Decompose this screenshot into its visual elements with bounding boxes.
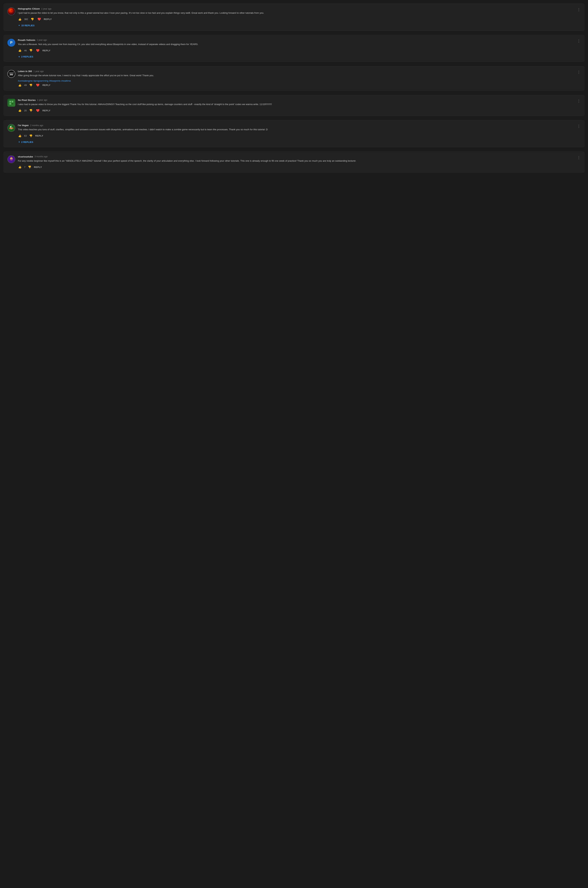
thumb-down-icon: 👎 xyxy=(31,18,34,21)
comment-card: ⋮ vicarioustube3 months agoFor any newbe… xyxy=(4,152,584,172)
reply-button[interactable]: REPLY xyxy=(42,84,51,87)
svg-point-11 xyxy=(11,128,14,129)
comment-body: Holographic Citizen1 year agoI just had … xyxy=(18,8,580,28)
comment-card: ⋮PPesath Yethmin1 year agoYou are a life… xyxy=(4,35,584,62)
comment-actions: 👍63👎REPLY xyxy=(18,134,580,138)
heart-reaction: ❤️ xyxy=(36,48,40,53)
comment-body: vicarioustube3 months agoFor any newbe b… xyxy=(18,155,580,170)
svg-rect-4 xyxy=(9,101,11,102)
comment-text: I also had to pause video to throw you t… xyxy=(18,102,580,106)
comment-text: This video teaches you tons of stuff, cl… xyxy=(18,128,580,131)
thumb-down-icon: 👎 xyxy=(28,165,32,169)
chevron-down-icon: ▼ xyxy=(18,56,20,58)
like-count: 7 xyxy=(24,166,26,168)
replies-count: 15 REPLIES xyxy=(21,24,34,27)
comment-time: 2 months ago xyxy=(30,124,43,127)
comment-time: 1 year ago xyxy=(41,8,51,10)
thumb-up-icon: 👍 xyxy=(18,49,22,52)
replies-toggle[interactable]: ▼ 2 REPLIES xyxy=(18,140,33,144)
comment-actions: 👍49👎❤️REPLY xyxy=(18,83,580,88)
dislike-button[interactable]: 👎 xyxy=(29,108,33,113)
comment-body: No Pixel Stories1 year agoI also had to … xyxy=(18,99,580,113)
comment-menu-button[interactable]: ⋮ xyxy=(576,124,581,129)
heart-reaction: ❤️ xyxy=(37,17,42,22)
comment-menu-button[interactable]: ⋮ xyxy=(576,7,581,12)
chevron-down-icon: ▼ xyxy=(18,141,20,143)
comment-body: Leben in 3601 year agoAfter going throug… xyxy=(18,70,580,88)
like-count: 46 xyxy=(24,49,27,52)
thumb-down-icon: 👎 xyxy=(29,84,33,87)
comment-meta: Leben in 3601 year ago xyxy=(18,70,580,73)
comment-header: vicarioustube3 months agoFor any newbe b… xyxy=(8,155,580,170)
comment-body: Pesath Yethmin1 year agoYou are a lifesa… xyxy=(18,39,580,59)
author-name[interactable]: Leben in 360 xyxy=(18,70,32,73)
like-button[interactable]: 👍 xyxy=(18,83,22,88)
comment-menu-button[interactable]: ⋮ xyxy=(576,98,581,104)
reply-button[interactable]: REPLY xyxy=(35,134,43,137)
like-count: 49 xyxy=(24,84,27,87)
comment-meta: vicarioustube3 months ago xyxy=(18,155,580,158)
like-button[interactable]: 👍 xyxy=(18,17,22,22)
avatar xyxy=(8,124,15,132)
dislike-button[interactable]: 👎 xyxy=(29,83,33,88)
like-count: 63 xyxy=(24,134,27,137)
reply-button[interactable]: REPLY xyxy=(44,18,52,21)
comment-menu-button[interactable]: ⋮ xyxy=(576,38,581,44)
avatar xyxy=(8,8,15,15)
like-button[interactable]: 👍 xyxy=(18,48,22,53)
heart-reaction: ❤️ xyxy=(36,83,40,88)
svg-rect-6 xyxy=(9,103,11,105)
thumb-up-icon: 👍 xyxy=(18,84,22,87)
dislike-button[interactable]: 👎 xyxy=(29,134,33,138)
author-name[interactable]: Pesath Yethmin xyxy=(18,39,35,42)
comment-body: I'm Vegan2 months agoThis video teaches … xyxy=(18,124,580,144)
like-button[interactable]: 👍 xyxy=(18,134,22,138)
comment-menu-button[interactable]: ⋮ xyxy=(576,69,581,75)
author-name[interactable]: Holographic Citizen xyxy=(18,8,40,10)
comment-text: I just had to pause the video to let you… xyxy=(18,11,580,15)
comment-actions: 👍7👎REPLY xyxy=(18,165,580,170)
replies-toggle[interactable]: ▼ 2 REPLIES xyxy=(18,55,33,59)
comment-header: No Pixel Stories1 year agoI also had to … xyxy=(8,99,580,113)
comment-time: 1 year ago xyxy=(37,39,47,41)
comment-card: ⋮ No Pixel Stories1 year agoI also had t… xyxy=(4,95,584,116)
replies-count: 2 REPLIES xyxy=(21,141,33,143)
replies-count: 2 REPLIES xyxy=(21,56,33,58)
reply-button[interactable]: REPLY xyxy=(42,109,51,112)
author-name[interactable]: I'm Vegan xyxy=(18,124,28,127)
like-button[interactable]: 👍 xyxy=(18,165,22,170)
comment-card: ⋮ Holographic Citizen1 year agoI just ha… xyxy=(4,4,584,31)
author-name[interactable]: No Pixel Stories xyxy=(18,99,36,102)
svg-point-12 xyxy=(10,126,11,128)
author-name[interactable]: vicarioustube xyxy=(18,155,33,158)
avatar xyxy=(8,155,15,163)
comment-meta: Holographic Citizen1 year ago xyxy=(18,8,580,10)
avatar xyxy=(8,99,15,106)
avatar: LEBEN360 xyxy=(8,70,15,78)
comment-header: I'm Vegan2 months agoThis video teaches … xyxy=(8,124,580,144)
svg-point-13 xyxy=(12,126,13,128)
thumb-down-icon: 👎 xyxy=(29,134,33,138)
svg-rect-7 xyxy=(12,103,13,105)
comment-actions: 👍20👎❤️REPLY xyxy=(18,108,580,113)
reply-button[interactable]: REPLY xyxy=(34,166,42,168)
avatar: P xyxy=(8,39,15,46)
replies-toggle[interactable]: ▼ 15 REPLIES xyxy=(18,23,35,28)
chevron-down-icon: ▼ xyxy=(18,24,20,27)
comment-actions: 👍46👎❤️REPLY xyxy=(18,48,580,53)
like-button[interactable]: 👍 xyxy=(18,108,22,113)
dislike-button[interactable]: 👎 xyxy=(30,17,34,22)
comment-menu-button[interactable]: ⋮ xyxy=(576,155,581,160)
heart-reaction: ❤️ xyxy=(36,108,40,113)
reply-button[interactable]: REPLY xyxy=(42,49,51,52)
thumb-down-icon: 👎 xyxy=(29,109,33,112)
comment-text: After going through the whole tutorial n… xyxy=(18,74,580,77)
comment-hashtags[interactable]: #unrealengine #programming #blueprints #… xyxy=(18,80,580,82)
thumb-up-icon: 👍 xyxy=(18,134,22,138)
comment-header: LEBEN360Leben in 3601 year agoAfter goin… xyxy=(8,70,580,88)
dislike-button[interactable]: 👎 xyxy=(29,48,33,53)
comment-card: ⋮ I'm Vegan2 months agoThis video teache… xyxy=(4,120,584,147)
comment-header: PPesath Yethmin1 year agoYou are a lifes… xyxy=(8,39,580,59)
dislike-button[interactable]: 👎 xyxy=(28,165,32,170)
comment-time: 1 year ago xyxy=(33,70,44,73)
